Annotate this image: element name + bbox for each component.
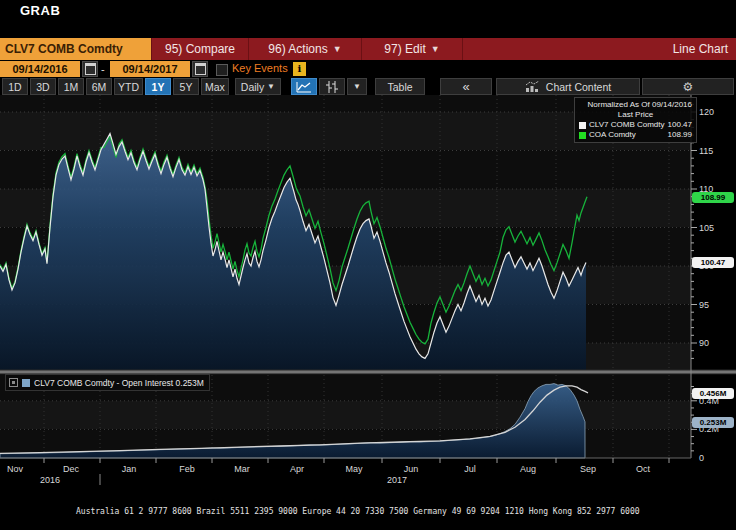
gear-icon: ⚙ (683, 80, 694, 94)
oi-line-value-tag: 0.456M (692, 388, 734, 399)
coa-swatch-icon (579, 132, 586, 139)
chevron-down-icon: ▼ (431, 44, 440, 54)
chevron-down-icon: ▼ (333, 44, 342, 54)
price-axis-label: 120 (699, 107, 714, 117)
legend-series-name: COA Comdty (589, 130, 664, 140)
key-events-label: Key Events (232, 62, 288, 74)
chart-toolbar: 1D3D1M6MYTD1Y5YMax Daily ▼ ▼ Table (0, 78, 736, 95)
menu-bar: CLV7 COMB Comdty 95) Compare 96) Actions… (0, 38, 736, 60)
oi-last-value-tag: 0.253M (692, 417, 734, 428)
range-button-1m[interactable]: 1M (58, 78, 84, 95)
date-separator: - (101, 61, 105, 77)
range-button-1d[interactable]: 1D (2, 78, 28, 95)
chart-area[interactable]: 909510010511011512000.2M0.4MNovDecJanFeb… (0, 95, 736, 488)
bar-chart-type-button[interactable] (319, 78, 345, 95)
year-axis-label: 2016 (40, 475, 60, 485)
key-events-checkbox[interactable] (216, 64, 228, 76)
legend-subtitle: Last Price (579, 110, 692, 120)
footer-phones-line1: Australia 61 2 9777 8600 Brazil 5511 239… (0, 507, 736, 517)
bloomberg-terminal-window: GRAB CLV7 COMB Comdty 95) Compare 96) Ac… (0, 0, 736, 530)
edit-label: 97) Edit (384, 42, 425, 56)
candlestick-icon (325, 81, 339, 93)
range-button-6m[interactable]: 6M (86, 78, 112, 95)
oi-axis-label: 0 (699, 453, 704, 463)
month-axis-label: Oct (636, 464, 651, 474)
month-axis-label: Aug (520, 464, 536, 474)
legend-series-value: 108.99 (668, 130, 692, 140)
price-axis-label: 115 (699, 146, 713, 156)
chart-content-icon (525, 81, 540, 92)
clv7-last-price-tag: 100.47 (692, 257, 734, 268)
range-button-max[interactable]: Max (201, 78, 229, 95)
price-axis-label: 95 (699, 300, 709, 310)
line-chart-type-button[interactable] (291, 78, 317, 95)
month-axis-label: Mar (234, 464, 250, 474)
legend-row-clv7[interactable]: CLV7 COMB Comdty 100.47 (579, 120, 692, 130)
price-axis-label: 105 (699, 223, 714, 233)
coa-last-price-tag: 108.99 (692, 192, 734, 203)
period-label: Daily (241, 81, 264, 93)
month-axis-label: Dec (63, 464, 80, 474)
start-date-field[interactable]: 09/14/2016 (0, 61, 80, 77)
actions-label: 96) Actions (268, 42, 327, 56)
function-title: Line Chart (673, 38, 736, 60)
grab-label: GRAB (20, 3, 60, 18)
price-legend: Normalized As Of 09/14/2016 Last Price C… (574, 97, 697, 143)
month-axis-label: May (345, 464, 363, 474)
range-button-5y[interactable]: 5Y (173, 78, 199, 95)
chevron-down-icon: ▼ (267, 82, 275, 91)
open-interest-legend-label: CLV7 COMB Comdty - Open Interest 0.253M (34, 378, 204, 388)
legend-row-coa[interactable]: COA Comdty 108.99 (579, 130, 692, 140)
chart-content-label: Chart Content (546, 81, 611, 93)
open-interest-legend[interactable]: CLV7 COMB Comdty - Open Interest 0.253M (5, 374, 210, 391)
month-axis-label: Sep (580, 464, 596, 474)
info-icon[interactable]: i (293, 62, 306, 76)
menu-bar-spacer (463, 38, 673, 60)
collapse-panel-button[interactable]: « (440, 78, 492, 95)
end-date-field[interactable]: 09/14/2017 (110, 61, 190, 77)
calendar-icon[interactable] (82, 61, 98, 77)
range-buttons: 1D3D1M6MYTD1Y5YMax (2, 78, 229, 95)
month-axis-label: Jul (464, 464, 476, 474)
open-interest-swatch-icon (22, 379, 30, 387)
date-range-row: 09/14/2016 - 09/14/2017 Key Events i (0, 60, 736, 78)
range-button-ytd[interactable]: YTD (114, 78, 143, 95)
month-axis-label: Feb (179, 464, 195, 474)
calendar-icon[interactable] (192, 61, 208, 77)
legend-series-value: 100.47 (668, 120, 692, 130)
month-axis-label: Jan (122, 464, 137, 474)
chevron-down-icon: ▼ (353, 82, 361, 91)
settings-button[interactable]: ⚙ (642, 78, 734, 95)
range-button-3d[interactable]: 3D (30, 78, 56, 95)
toolbar-left-group: 1D3D1M6MYTD1Y5YMax Daily ▼ ▼ Table (2, 78, 425, 95)
edit-menu-item[interactable]: 97) Edit ▼ (362, 38, 463, 60)
price-axis-label: 90 (699, 338, 709, 348)
period-dropdown[interactable]: Daily ▼ (235, 78, 281, 95)
line-chart-icon (296, 81, 312, 93)
chart-content-button[interactable]: Chart Content (496, 78, 640, 95)
year-axis-label: 2017 (387, 475, 407, 485)
chart-type-dropdown[interactable]: ▼ (347, 78, 367, 95)
actions-menu-item[interactable]: 96) Actions ▼ (249, 38, 362, 60)
expand-panel-icon[interactable] (9, 378, 18, 387)
compare-menu-item[interactable]: 95) Compare (152, 38, 249, 60)
clv7-swatch-icon (579, 122, 586, 129)
chart-canvas[interactable]: 909510010511011512000.2M0.4MNovDecJanFeb… (0, 95, 736, 488)
table-button[interactable]: Table (375, 78, 425, 95)
security-ticker-field[interactable]: CLV7 COMB Comdty (0, 38, 152, 60)
month-axis-label: Jun (404, 464, 419, 474)
terminal-footer: Australia 61 2 9777 8600 Brazil 5511 239… (0, 488, 736, 530)
range-button-1y[interactable]: 1Y (145, 78, 171, 95)
legend-title: Normalized As Of 09/14/2016 (579, 100, 692, 110)
month-axis-label: Apr (290, 464, 304, 474)
legend-series-name: CLV7 COMB Comdty (589, 120, 664, 130)
month-axis-label: Nov (7, 464, 24, 474)
